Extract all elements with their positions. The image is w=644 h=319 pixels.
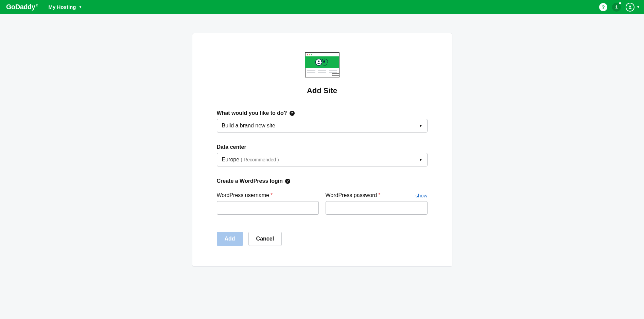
button-row: Add Cancel [217,232,428,246]
nav-my-hosting[interactable]: My Hosting ▼ [49,4,82,10]
nav-my-hosting-label: My Hosting [49,4,76,10]
account-menu[interactable]: ▼ [626,3,640,12]
registered-mark: ® [36,4,38,7]
add-site-card: Add Site What would you like to do? ? Bu… [192,33,452,267]
page-title: Add Site [307,86,337,95]
what-do-selected-value: Build a brand new site [222,123,275,128]
top-bar: GoDaddy® My Hosting ▼ ? 1 ▼ [0,0,644,14]
section-what-do: What would you like to do? ? Build a bra… [217,110,428,246]
svg-rect-8 [307,70,315,71]
notification-count: 1 [615,4,617,10]
topbar-right: ? 1 ▼ [599,3,640,12]
avatar-icon [626,3,634,12]
help-tooltip-icon[interactable]: ? [285,179,290,184]
datacenter-selected-value: Europe [222,157,240,162]
svg-rect-9 [307,72,315,73]
wp-password-field: WordPress password * show [326,192,428,215]
help-icon: ? [599,3,607,11]
what-do-label: What would you like to do? [217,110,287,116]
divider [43,3,43,12]
cancel-button[interactable]: Cancel [248,232,282,246]
required-asterisk: * [378,192,380,198]
svg-point-1 [307,54,308,55]
wp-username-label: WordPress username [217,192,269,198]
bell-icon [618,2,622,5]
add-button[interactable]: Add [217,232,243,246]
svg-point-6 [318,60,319,62]
what-do-select-wrap: Build a brand new site ▼ [217,119,428,132]
card-header: Add Site [217,52,428,95]
notifications-button[interactable]: 1 [612,3,621,12]
svg-point-3 [311,54,312,55]
datacenter-hint: ( Recommended ) [241,157,279,162]
svg-rect-11 [318,72,326,73]
wp-username-input[interactable] [217,201,319,215]
chevron-down-icon: ▼ [79,5,82,9]
wp-password-input[interactable] [326,201,428,215]
svg-rect-13 [329,72,337,73]
chevron-down-icon: ▼ [637,5,640,9]
help-button[interactable]: ? [599,3,607,11]
datacenter-select-wrap: Europe ( Recommended ) ▼ [217,153,428,166]
required-asterisk: * [271,192,273,198]
wp-username-field: WordPress username * [217,192,319,215]
help-tooltip-icon[interactable]: ? [290,111,295,116]
browser-illustration-icon [305,52,340,77]
what-do-select[interactable]: Build a brand new site [217,119,428,132]
svg-rect-10 [318,70,326,71]
brand-logo[interactable]: GoDaddy® [6,3,38,11]
page-body: Add Site What would you like to do? ? Bu… [0,14,644,286]
show-password-link[interactable]: show [415,193,427,198]
svg-point-2 [309,54,310,55]
svg-rect-14 [332,74,340,76]
brand-text: GoDaddy [6,3,35,11]
svg-rect-12 [329,70,337,71]
svg-point-5 [315,59,322,66]
datacenter-select[interactable]: Europe ( Recommended ) [217,153,428,166]
wp-password-label: WordPress password [326,192,377,198]
datacenter-label: Data center [217,144,246,150]
wp-login-section-label: Create a WordPress login [217,178,283,184]
